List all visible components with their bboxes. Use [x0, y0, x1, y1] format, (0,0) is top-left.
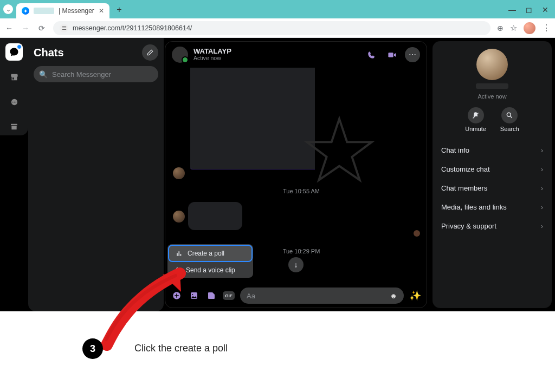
chat-area: WATALAYP Active now ⋯ Tue 10:55 AM [164, 38, 555, 311]
chrome-menu-icon[interactable]: ⋮ [542, 23, 551, 33]
search-input[interactable]: 🔍 Search Messenger [34, 66, 158, 82]
section-privacy-support[interactable]: Privacy & support › [433, 217, 552, 236]
attach-media-icon[interactable] [188, 290, 200, 302]
section-label: Media, files and links [441, 203, 507, 211]
svg-rect-9 [180, 254, 181, 256]
tab-strip: ⌄ ✦ | Messenger ✕ + — ◻ ✕ [0, 0, 555, 18]
info-status: Active now [477, 93, 506, 100]
tab-title: | Messenger [59, 7, 94, 15]
new-tab-button[interactable]: + [113, 3, 126, 16]
svg-rect-7 [177, 253, 178, 256]
nav-forward-icon[interactable]: → [21, 23, 30, 33]
rail-marketplace-icon[interactable] [5, 68, 23, 86]
bookmark-star-icon[interactable]: ☆ [510, 23, 517, 33]
svg-rect-10 [177, 267, 178, 271]
svg-rect-8 [178, 251, 179, 256]
svg-point-3 [15, 101, 16, 102]
sender-avatar[interactable] [173, 211, 185, 223]
section-label: Chat info [441, 146, 469, 154]
message-input[interactable]: Aa ☻ [240, 288, 404, 304]
tab-title-redacted [34, 8, 54, 14]
section-label: Customize chat [441, 165, 490, 173]
messenger-app: Chats 🔍 Search Messenger WATALAYP Active… [0, 38, 555, 311]
conversation-header: WATALAYP Active now ⋯ [165, 42, 427, 68]
nav-back-icon[interactable]: ← [4, 23, 14, 33]
svg-point-15 [192, 294, 193, 295]
window-minimize-icon[interactable]: — [508, 5, 516, 14]
video-call-icon[interactable] [384, 47, 399, 62]
sidebar-title: Chats [34, 47, 64, 59]
info-avatar[interactable] [476, 49, 508, 80]
section-customize-chat[interactable]: Customize chat › [433, 160, 552, 179]
step-badge: 3 [82, 338, 103, 359]
section-label: Privacy & support [441, 222, 496, 230]
voice-call-icon[interactable] [364, 47, 379, 62]
annotation-caption: Click the create a poll [134, 343, 228, 354]
svg-point-17 [507, 113, 511, 116]
info-sections: Chat info › Customize chat › Chat member… [433, 141, 552, 236]
site-info-icon[interactable]: ☰ [60, 24, 68, 32]
conversation-avatar[interactable] [172, 47, 188, 63]
chats-sidebar: Chats 🔍 Search Messenger [28, 38, 164, 311]
svg-point-1 [12, 101, 13, 102]
conversation-panel: WATALAYP Active now ⋯ Tue 10:55 AM [165, 41, 427, 308]
tab-close-icon[interactable]: ✕ [99, 7, 104, 15]
message-placeholder: Aa [247, 292, 255, 300]
search-placeholder: Search Messenger [52, 70, 111, 79]
section-chat-members[interactable]: Chat members › [433, 179, 552, 198]
instruction-annotation: 3 Click the create a poll [0, 306, 555, 392]
url-bar[interactable]: ☰ messenger.com/t/29111250891806614/ [53, 21, 491, 35]
message-redacted [188, 202, 242, 230]
popup-item-label: Create a poll [188, 250, 224, 257]
section-chat-info[interactable]: Chat info › [433, 141, 552, 160]
popup-item-label: Send a voice clip [186, 266, 235, 274]
timestamp: Tue 10:55 AM [171, 188, 427, 194]
info-name-redacted [476, 83, 508, 89]
media-message-redacted [190, 68, 315, 169]
profile-avatar-icon[interactable] [524, 22, 535, 34]
more-actions-button[interactable] [171, 290, 183, 302]
messenger-favicon-icon: ✦ [22, 7, 29, 15]
unmute-action[interactable]: Unmute [465, 107, 486, 132]
rail-requests-icon[interactable] [5, 93, 23, 110]
window-close-icon[interactable]: ✕ [542, 5, 548, 14]
sticker-icon[interactable] [205, 290, 217, 302]
nav-reload-icon[interactable]: ⟳ [37, 23, 47, 33]
messages-area[interactable]: Tue 10:55 AM Tue 10:29 PM ↓ Create a pol… [165, 68, 427, 284]
rail-archive-icon[interactable] [5, 118, 23, 135]
search-icon [501, 107, 518, 123]
gif-button[interactable]: GIF [223, 291, 235, 300]
chevron-right-icon: › [541, 204, 543, 211]
window-maximize-icon[interactable]: ◻ [526, 5, 532, 14]
step-number: 3 [90, 343, 95, 355]
compose-button[interactable] [142, 44, 158, 61]
sender-avatar[interactable] [173, 167, 185, 179]
poll-icon [175, 250, 183, 257]
url-text: messenger.com/t/29111250891806614/ [73, 24, 192, 32]
svg-line-18 [511, 116, 512, 118]
chevron-right-icon: › [541, 166, 543, 173]
browser-tab[interactable]: ✦ | Messenger ✕ [16, 3, 109, 18]
scroll-down-button[interactable]: ↓ [288, 257, 304, 272]
seen-indicator-avatar [414, 230, 420, 237]
emoji-icon[interactable]: ☻ [390, 292, 397, 300]
conversation-info-panel: Active now Unmute Search Chat info [433, 41, 552, 308]
rail-chats-icon[interactable] [5, 43, 23, 61]
conversation-title: WATALAYP [193, 48, 231, 55]
password-key-icon[interactable]: ⊕ [497, 24, 504, 32]
mute-icon [468, 107, 484, 123]
tab-dropdown[interactable]: ⌄ [3, 4, 13, 14]
chevron-right-icon: › [541, 147, 543, 154]
svg-point-2 [14, 101, 15, 102]
mic-icon [173, 267, 182, 273]
nav-rail [0, 38, 28, 135]
create-poll-option[interactable]: Create a poll [169, 246, 251, 261]
conversation-info-icon[interactable]: ⋯ [405, 47, 420, 62]
star-decoration [304, 115, 375, 186]
section-label: Chat members [441, 184, 487, 192]
send-reaction-icon[interactable]: ✨ [409, 290, 421, 302]
section-media-files[interactable]: Media, files and links › [433, 198, 552, 217]
svg-rect-13 [175, 295, 179, 296]
search-action[interactable]: Search [500, 107, 519, 132]
voice-clip-option[interactable]: Send a voice clip [167, 263, 253, 278]
